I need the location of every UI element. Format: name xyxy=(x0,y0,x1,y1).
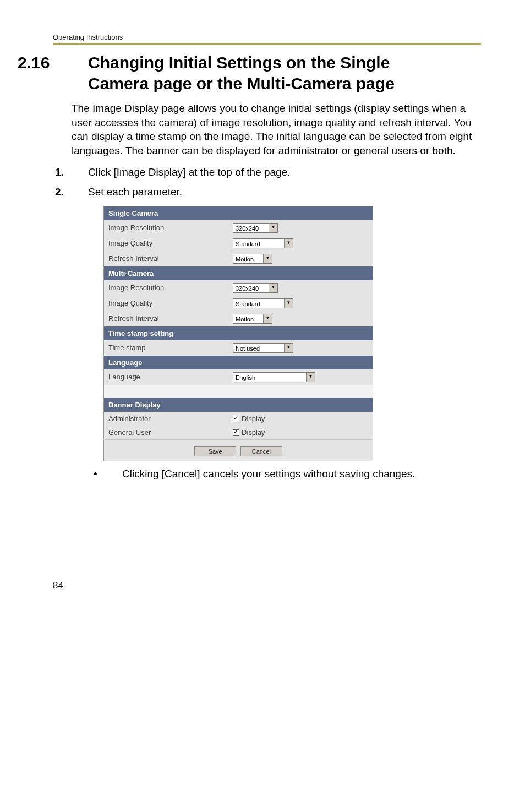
mc-image-quality-select[interactable]: Standard ▼ xyxy=(233,298,293,308)
chevron-down-icon: ▼ xyxy=(284,239,293,248)
note-item: Clicking [Cancel] cancels your settings … xyxy=(108,467,481,482)
step-2: 2.Set each parameter. xyxy=(72,184,481,200)
time-stamp-select[interactable]: Not used ▼ xyxy=(233,343,293,353)
select-value: Standard xyxy=(236,301,260,307)
chevron-down-icon: ▼ xyxy=(284,299,293,308)
section-title-line1: Changing Initial Settings on the Single xyxy=(88,53,390,72)
select-value: 320x240 xyxy=(236,225,259,232)
select-value: Motion xyxy=(236,256,254,263)
administrator-display-checkbox[interactable] xyxy=(233,416,239,422)
chevron-down-icon: ▼ xyxy=(269,284,277,292)
save-button[interactable]: Save xyxy=(194,446,236,456)
chevron-down-icon: ▼ xyxy=(284,344,293,352)
chevron-down-icon: ▼ xyxy=(263,314,272,323)
sc-image-quality-label: Image Quality xyxy=(104,236,229,251)
mc-image-quality-label: Image Quality xyxy=(104,296,229,311)
chevron-down-icon: ▼ xyxy=(263,254,272,263)
page-number: 84 xyxy=(53,481,481,591)
time-stamp-label: Time stamp xyxy=(104,340,229,356)
cancel-button[interactable]: Cancel xyxy=(240,446,282,456)
administrator-checkbox-cell: Display xyxy=(228,412,373,426)
head-rule xyxy=(53,43,481,45)
checkbox-label: Display xyxy=(242,415,265,423)
section-title-line2: Camera page or the Multi-Camera page xyxy=(88,74,395,92)
running-head: Operating Instructions xyxy=(53,33,481,43)
intro-paragraph: The Image Display page allows you to cha… xyxy=(53,101,481,158)
sc-image-quality-select[interactable]: Standard ▼ xyxy=(233,238,293,248)
sc-image-resolution-select[interactable]: 320x240 ▼ xyxy=(233,223,278,233)
mc-refresh-interval-label: Refresh Interval xyxy=(104,311,229,326)
banner-display-header: Banner Display xyxy=(104,398,373,412)
section-number: 2.16 xyxy=(53,52,88,73)
step-text: Click [Image Display] at the top of the … xyxy=(88,166,291,178)
select-value: 320x240 xyxy=(236,285,259,292)
step-1: 1.Click [Image Display] at the top of th… xyxy=(72,165,481,181)
sc-refresh-interval-label: Refresh Interval xyxy=(104,251,229,266)
language-header: Language xyxy=(104,356,373,369)
mc-image-resolution-label: Image Resolution xyxy=(104,280,229,296)
general-user-checkbox-cell: Display xyxy=(228,426,373,440)
checkbox-label: Display xyxy=(242,428,265,437)
select-value: Not used xyxy=(236,345,260,352)
select-value: Motion xyxy=(236,316,254,323)
steps-list: 1.Click [Image Display] at the top of th… xyxy=(53,165,481,200)
select-value: Standard xyxy=(236,241,260,247)
administrator-label: Administrator xyxy=(104,412,229,426)
note-list: Clicking [Cancel] cancels your settings … xyxy=(53,467,481,482)
spacer xyxy=(104,385,373,398)
step-number: 2. xyxy=(72,184,88,200)
mc-refresh-interval-select[interactable]: Motion ▼ xyxy=(233,314,272,324)
language-select[interactable]: English ▼ xyxy=(233,372,315,382)
language-label: Language xyxy=(104,369,229,385)
single-camera-header: Single Camera xyxy=(104,206,373,220)
chevron-down-icon: ▼ xyxy=(306,373,315,382)
note-text: Clicking [Cancel] cancels your settings … xyxy=(122,468,415,479)
multi-camera-header: Multi-Camera xyxy=(104,266,373,280)
step-number: 1. xyxy=(72,165,88,181)
settings-screenshot: Single Camera Image Resolution 320x240 ▼… xyxy=(103,206,481,461)
section-heading: 2.16Changing Initial Settings on the Sin… xyxy=(88,52,481,94)
step-text: Set each parameter. xyxy=(88,186,182,198)
sc-image-resolution-label: Image Resolution xyxy=(104,220,229,236)
general-user-label: General User xyxy=(104,426,229,440)
chevron-down-icon: ▼ xyxy=(269,224,277,232)
time-stamp-header: Time stamp setting xyxy=(104,326,373,340)
general-user-display-checkbox[interactable] xyxy=(233,429,239,436)
select-value: English xyxy=(236,374,255,381)
sc-refresh-interval-select[interactable]: Motion ▼ xyxy=(233,254,272,264)
mc-image-resolution-select[interactable]: 320x240 ▼ xyxy=(233,283,278,293)
